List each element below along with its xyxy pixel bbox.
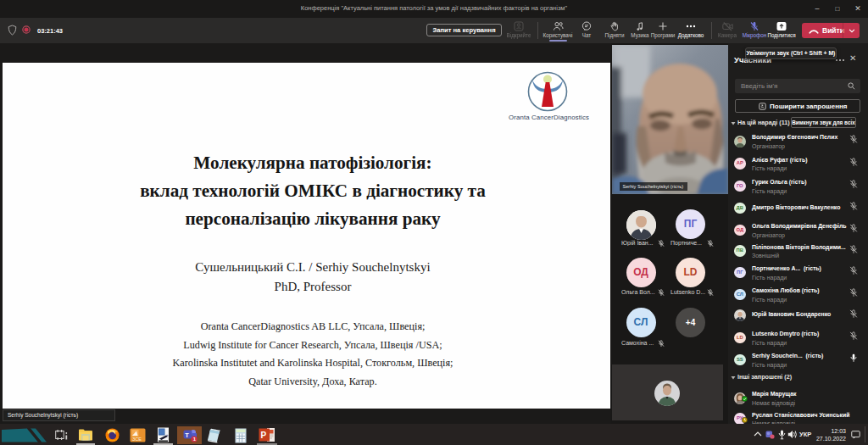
svg-text:ЗСЕ: ЗСЕ bbox=[132, 437, 142, 442]
svg-text:P: P bbox=[261, 431, 267, 440]
svg-text:T: T bbox=[185, 431, 189, 439]
svg-text:Serhiy Souchelnytskyi (гість): Serhiy Souchelnytskyi (гість) bbox=[623, 184, 684, 189]
